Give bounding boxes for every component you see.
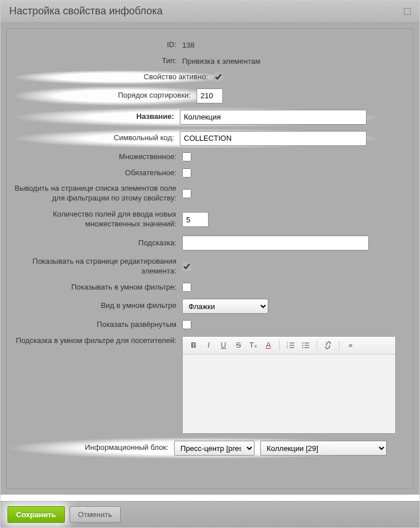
- dialog-body: ID: 138 Тип: Привязка к элементам Свойст…: [1, 22, 419, 495]
- font-color-icon[interactable]: A: [262, 339, 275, 352]
- required-label: Обязательное:: [13, 168, 182, 178]
- hint-input[interactable]: [182, 236, 369, 250]
- iblock-label: Информационный блок:: [13, 443, 174, 453]
- dialog-header: Настройка свойства инфоблока: [1, 1, 419, 22]
- iblock-type-select[interactable]: Пресс-центр [presscenter]: [174, 441, 255, 456]
- rich-text-editor: B I U S Tₓ A 123 »: [182, 336, 396, 434]
- type-label: Тип:: [13, 56, 182, 66]
- show-edit-label: Показывать на странице редактирования эл…: [13, 257, 182, 276]
- filter-label: Выводить на странице списка элементов по…: [13, 184, 182, 203]
- minimize-icon[interactable]: [404, 8, 411, 15]
- svg-point-11: [302, 347, 303, 348]
- expanded-label: Показать развёрнутым: [13, 320, 182, 330]
- show-edit-checkbox[interactable]: [182, 262, 191, 271]
- toolbar-separator: [317, 340, 317, 350]
- multiple-checkbox[interactable]: [182, 152, 191, 161]
- active-checkbox[interactable]: [214, 72, 223, 82]
- sort-label: Порядок сортировки:: [16, 91, 196, 101]
- name-input[interactable]: [180, 110, 367, 125]
- bold-icon[interactable]: B: [187, 339, 200, 352]
- unordered-list-icon[interactable]: [299, 339, 312, 352]
- active-label: Свойство активно:: [16, 72, 214, 82]
- hint-label: Подсказка:: [13, 238, 182, 248]
- underline-icon[interactable]: U: [217, 339, 230, 352]
- toolbar-separator: [339, 340, 340, 350]
- save-button[interactable]: Сохранить: [7, 506, 65, 523]
- iblock-select[interactable]: Коллекции [29]: [260, 441, 387, 456]
- dialog-footer: Сохранить Отменить: [1, 501, 419, 527]
- filter-checkbox[interactable]: [182, 189, 191, 198]
- code-label: Символьный код:: [16, 133, 180, 143]
- smart-view-label: Вид в умном фильтре: [13, 301, 182, 311]
- id-value: 138: [182, 41, 396, 49]
- required-checkbox[interactable]: [182, 168, 191, 178]
- mvcount-label: Количество полей для ввода новых множест…: [13, 210, 182, 229]
- multiple-label: Множественное:: [13, 152, 182, 162]
- smart-filter-label: Показывать в умном фильтре:: [13, 283, 182, 292]
- sort-input[interactable]: [196, 88, 223, 103]
- clear-format-icon[interactable]: Tₓ: [247, 339, 260, 352]
- code-input[interactable]: [180, 131, 367, 146]
- dialog-title: Настройка свойства инфоблока: [9, 5, 163, 17]
- svg-point-10: [302, 345, 303, 346]
- smart-view-select[interactable]: Флажки: [182, 299, 268, 314]
- more-icon[interactable]: »: [344, 339, 357, 352]
- form-panel: ID: 138 Тип: Привязка к элементам Свойст…: [6, 28, 414, 489]
- ordered-list-icon[interactable]: 123: [284, 339, 297, 352]
- name-label: Название:: [16, 112, 180, 122]
- toolbar-separator: [279, 340, 280, 350]
- italic-icon[interactable]: I: [202, 339, 215, 352]
- smart-filter-checkbox[interactable]: [182, 283, 191, 292]
- expanded-checkbox[interactable]: [182, 320, 191, 329]
- type-value: Привязка к элементам: [182, 57, 396, 65]
- link-icon[interactable]: [322, 339, 334, 352]
- svg-point-9: [302, 342, 303, 344]
- strike-icon[interactable]: S: [232, 339, 245, 352]
- id-label: ID:: [13, 40, 182, 50]
- editor-textarea[interactable]: [183, 354, 395, 433]
- svg-text:3: 3: [287, 346, 288, 349]
- smart-hint-label: Подсказка в умном фильтре для посетителе…: [13, 336, 182, 346]
- editor-toolbar: B I U S Tₓ A 123 »: [183, 337, 395, 354]
- mvcount-input[interactable]: [182, 212, 209, 227]
- cancel-button[interactable]: Отменить: [70, 506, 121, 523]
